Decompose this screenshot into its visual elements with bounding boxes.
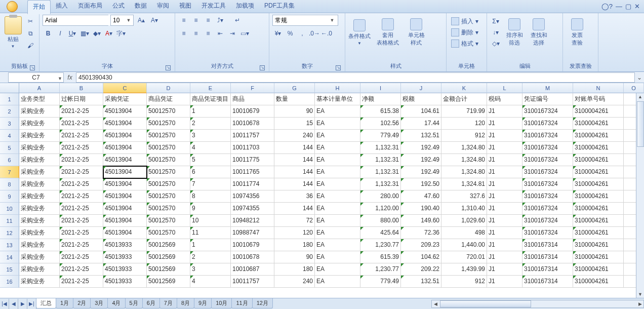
- data-cell[interactable]: 采购业务: [19, 118, 60, 130]
- data-cell[interactable]: 3100004261: [573, 154, 624, 166]
- delete-cells-button[interactable]: 删除▾: [450, 27, 480, 38]
- data-cell[interactable]: 采购业务: [19, 190, 60, 203]
- data-cell[interactable]: 3100004261: [573, 215, 624, 227]
- ribbon-tab[interactable]: PDF工具集: [259, 0, 300, 14]
- data-cell[interactable]: 10011757: [231, 130, 274, 142]
- data-cell[interactable]: 192.49: [401, 142, 441, 154]
- row-header[interactable]: 14: [0, 251, 19, 263]
- ribbon-tab[interactable]: 插入: [51, 0, 73, 14]
- column-header[interactable]: N: [573, 83, 624, 93]
- data-cell[interactable]: EA: [315, 190, 360, 203]
- row-header[interactable]: 16: [0, 276, 19, 288]
- data-cell[interactable]: 采购业务: [19, 154, 60, 166]
- scroll-up-icon[interactable]: ▲: [638, 93, 642, 100]
- sheet-tab[interactable]: 3月: [90, 298, 108, 308]
- data-cell[interactable]: 10974355: [231, 203, 274, 215]
- header-cell[interactable]: 商品: [231, 93, 274, 105]
- data-cell[interactable]: 149.60: [401, 215, 441, 227]
- data-cell[interactable]: 45013904: [103, 227, 147, 239]
- data-cell[interactable]: 3100004261: [573, 142, 624, 154]
- data-cell[interactable]: 45013933: [103, 251, 147, 263]
- data-cell[interactable]: 3100004261: [573, 203, 624, 215]
- italic-button[interactable]: I: [55, 28, 66, 39]
- data-cell[interactable]: 采购业务: [19, 227, 60, 239]
- data-cell[interactable]: 采购业务: [19, 105, 60, 118]
- data-cell[interactable]: 45013904: [103, 105, 147, 118]
- comma-button[interactable]: ,: [297, 28, 308, 39]
- data-cell[interactable]: 1,324.81: [441, 178, 487, 190]
- data-cell[interactable]: 45013904: [103, 130, 147, 142]
- row-header[interactable]: 6: [0, 154, 19, 166]
- data-cell[interactable]: 104.61: [401, 105, 441, 118]
- scroll-down-icon[interactable]: ▼: [638, 291, 642, 298]
- data-cell[interactable]: 190.40: [401, 203, 441, 215]
- data-cell[interactable]: 779.49: [360, 130, 401, 142]
- sheet-tab[interactable]: 8月: [177, 298, 194, 308]
- data-cell[interactable]: 2021-2-25: [60, 142, 103, 154]
- data-cell[interactable]: J1: [487, 118, 522, 130]
- invoice-check-button[interactable]: 发票 查验: [566, 15, 588, 50]
- minimize-ribbon-icon[interactable]: —: [616, 3, 622, 10]
- prev-sheet-button[interactable]: ◀: [9, 299, 18, 309]
- column-header[interactable]: O: [624, 83, 644, 93]
- data-cell[interactable]: 3100004261: [573, 263, 624, 276]
- number-format-dropdown[interactable]: ▼: [272, 15, 338, 26]
- data-cell[interactable]: 15: [274, 118, 315, 130]
- align-center-button[interactable]: ≡: [190, 28, 202, 39]
- dialog-launcher-icon[interactable]: ↘: [260, 65, 265, 70]
- sheet-tab[interactable]: 4月: [107, 298, 125, 308]
- data-cell[interactable]: 3100167324: [522, 203, 573, 215]
- data-cell[interactable]: 50012570: [147, 166, 190, 178]
- header-cell[interactable]: 净额: [360, 93, 401, 105]
- fill-button[interactable]: ↓▾: [490, 27, 501, 38]
- data-cell[interactable]: 3100167324: [522, 154, 573, 166]
- data-cell[interactable]: 120: [441, 118, 487, 130]
- bold-button[interactable]: B: [43, 28, 54, 39]
- data-cell[interactable]: 720.01: [441, 251, 487, 263]
- ribbon-tab[interactable]: 开始: [27, 0, 51, 14]
- data-cell[interactable]: 10011765: [231, 166, 274, 178]
- row-header[interactable]: 3: [0, 118, 19, 130]
- data-cell[interactable]: 47.60: [401, 190, 441, 203]
- data-cell[interactable]: 3100004261: [573, 166, 624, 178]
- expand-formula-bar-button[interactable]: ⌄: [635, 74, 644, 81]
- row-header[interactable]: 4: [0, 130, 19, 142]
- data-cell[interactable]: 10011757: [231, 276, 274, 288]
- ribbon-tab[interactable]: 数据: [130, 0, 152, 14]
- dialog-launcher-icon[interactable]: ↘: [166, 65, 171, 70]
- data-cell[interactable]: 50012569: [147, 239, 190, 251]
- data-cell[interactable]: 132.51: [401, 130, 441, 142]
- column-header[interactable]: C: [103, 83, 147, 93]
- dialog-launcher-icon[interactable]: ↘: [30, 65, 35, 70]
- data-cell[interactable]: 2021-2-25: [60, 215, 103, 227]
- autosum-button[interactable]: Σ▾: [490, 16, 501, 27]
- select-all-corner[interactable]: [0, 83, 19, 93]
- decrease-decimal-button[interactable]: ←.0: [321, 28, 332, 39]
- data-cell[interactable]: 50012569: [147, 251, 190, 263]
- data-cell[interactable]: 880.00: [360, 215, 401, 227]
- data-cell[interactable]: 10948212: [231, 215, 274, 227]
- data-cell[interactable]: 10011703: [231, 142, 274, 154]
- data-cell[interactable]: 1,120.00: [360, 203, 401, 215]
- data-cell[interactable]: 1,029.60: [441, 215, 487, 227]
- align-right-button[interactable]: ≡: [203, 28, 214, 39]
- data-cell[interactable]: 45013904: [103, 178, 147, 190]
- row-header[interactable]: 15: [0, 263, 19, 276]
- column-header[interactable]: H: [315, 83, 360, 93]
- orientation-button[interactable]: ⤴▾: [215, 15, 226, 26]
- sheet-tab[interactable]: 5月: [125, 298, 143, 308]
- data-cell[interactable]: 3100004261: [573, 239, 624, 251]
- sheet-tab[interactable]: 11月: [231, 298, 252, 308]
- sheet-tab[interactable]: 7月: [159, 298, 177, 308]
- data-cell[interactable]: 3100004261: [573, 251, 624, 263]
- row-header[interactable]: 1: [0, 93, 19, 105]
- data-cell[interactable]: 17.44: [401, 118, 441, 130]
- formula-input[interactable]: 4501390430: [76, 72, 635, 83]
- conditional-format-button[interactable]: 条件格式▼: [348, 15, 371, 50]
- data-cell[interactable]: EA: [315, 178, 360, 190]
- data-cell[interactable]: EA: [315, 154, 360, 166]
- header-cell[interactable]: 商品凭证项目: [190, 93, 231, 105]
- data-cell[interactable]: 4: [190, 142, 231, 154]
- data-cell[interactable]: 132.51: [401, 276, 441, 288]
- header-cell[interactable]: 采购凭证: [103, 93, 147, 105]
